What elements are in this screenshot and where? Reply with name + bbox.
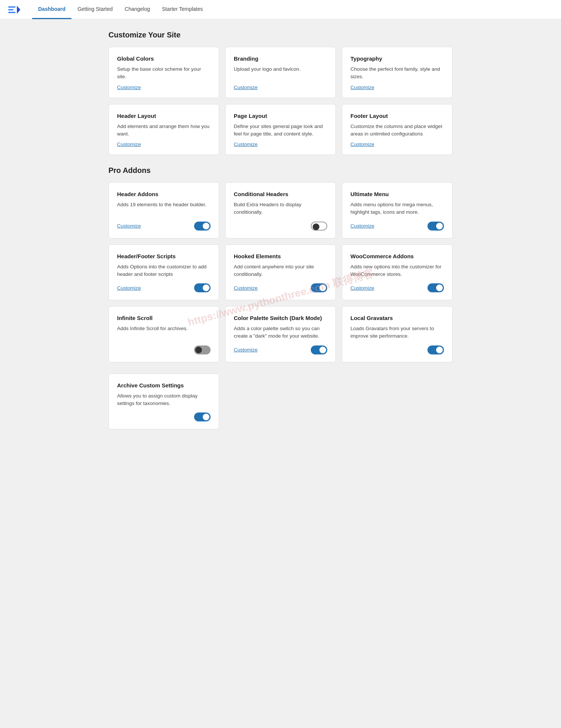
top-bar: Dashboard Getting Started Changelog Star… xyxy=(0,0,561,19)
card-header-footer-scripts-desc: Adds Options into the customizer to add … xyxy=(117,263,211,278)
card-header-layout-desc: Add elements and arrange them how you wa… xyxy=(117,123,211,138)
card-ultimate-menu: Ultimate Menu Adds menu options for mega… xyxy=(342,182,453,238)
archive-cards-grid: Archive Custom Settings Allows you to as… xyxy=(108,374,453,430)
card-page-layout: Page Layout Define your sites general pa… xyxy=(225,104,336,155)
header-addons-toggle[interactable] xyxy=(194,222,211,231)
card-woocommerce-addons-link[interactable]: Customize xyxy=(350,285,374,291)
archive-custom-settings-toggle[interactable] xyxy=(194,412,211,421)
card-header-layout-title: Header Layout xyxy=(117,113,211,119)
card-color-palette-switch-title: Color Palette Switch (Dark Mode) xyxy=(234,315,327,321)
header-footer-scripts-toggle[interactable] xyxy=(194,283,211,292)
card-header-addons-desc: Adds 19 elements to the header builder. xyxy=(117,201,211,216)
card-color-palette-switch: Color Palette Switch (Dark Mode) Adds a … xyxy=(225,306,336,362)
card-global-colors-desc: Setup the base color scheme for your sit… xyxy=(117,66,211,81)
card-footer-layout-link[interactable]: Customize xyxy=(350,141,444,147)
card-local-gravatars: Local Gravatars Loads Gravatars from you… xyxy=(342,306,453,362)
card-ultimate-menu-desc: Adds menu options for mega menus, highli… xyxy=(350,201,444,216)
tab-dashboard[interactable]: Dashboard xyxy=(32,0,71,19)
card-ultimate-menu-title: Ultimate Menu xyxy=(350,191,444,197)
woocommerce-addons-toggle[interactable] xyxy=(427,283,444,292)
card-ultimate-menu-link[interactable]: Customize xyxy=(350,223,374,229)
card-hooked-elements-desc: Add content anywhere into your site cond… xyxy=(234,263,327,278)
card-conditional-headers: Conditional Headers Build Extra Headers … xyxy=(225,182,336,238)
card-global-colors-title: Global Colors xyxy=(117,55,211,62)
card-woocommerce-addons-desc: Adds new options into the customizer for… xyxy=(350,263,444,278)
card-hooked-elements: Hooked Elements Add content anywhere int… xyxy=(225,244,336,301)
svg-marker-3 xyxy=(17,6,20,14)
card-footer-layout-desc: Customize the columns and place widget a… xyxy=(350,123,444,138)
card-footer-layout-title: Footer Layout xyxy=(350,113,444,119)
card-header-addons-link[interactable]: Customize xyxy=(117,223,141,229)
pro-cards-grid: Header Addons Adds 19 elements to the he… xyxy=(108,182,453,362)
card-header-addons: Header Addons Adds 19 elements to the he… xyxy=(108,182,219,238)
card-color-palette-switch-desc: Adds a color palette switch so you can c… xyxy=(234,325,327,340)
svg-rect-0 xyxy=(8,6,16,8)
tab-getting-started[interactable]: Getting Started xyxy=(71,0,119,19)
ultimate-menu-toggle[interactable] xyxy=(427,222,444,231)
svg-rect-2 xyxy=(8,12,16,13)
card-header-layout: Header Layout Add elements and arrange t… xyxy=(108,104,219,155)
card-branding: Branding Upload your logo and favicon. C… xyxy=(225,47,336,98)
card-header-addons-title: Header Addons xyxy=(117,191,211,197)
card-page-layout-desc: Define your sites general page look and … xyxy=(234,123,327,138)
logo xyxy=(7,3,21,16)
card-infinite-scroll-title: Infinite Scroll xyxy=(117,315,211,321)
card-footer-layout: Footer Layout Customize the columns and … xyxy=(342,104,453,155)
card-woocommerce-addons: WooCommerce Addons Adds new options into… xyxy=(342,244,453,301)
card-conditional-headers-desc: Build Extra Headers to display condition… xyxy=(234,201,327,216)
card-local-gravatars-desc: Loads Gravatars from your servers to imp… xyxy=(350,325,444,340)
card-hooked-elements-title: Hooked Elements xyxy=(234,253,327,259)
svg-rect-1 xyxy=(8,9,13,10)
customize-section: Customize Your Site Global Colors Setup … xyxy=(108,31,453,155)
card-color-palette-switch-link[interactable]: Customize xyxy=(234,347,258,353)
card-local-gravatars-title: Local Gravatars xyxy=(350,315,444,321)
card-hooked-elements-link[interactable]: Customize xyxy=(234,285,258,291)
card-page-layout-title: Page Layout xyxy=(234,113,327,119)
card-branding-link[interactable]: Customize xyxy=(234,85,327,90)
tab-changelog[interactable]: Changelog xyxy=(119,0,156,19)
card-typography-link[interactable]: Customize xyxy=(350,85,444,90)
card-archive-custom-settings: Archive Custom Settings Allows you to as… xyxy=(108,374,219,430)
card-conditional-headers-title: Conditional Headers xyxy=(234,191,327,197)
card-global-colors-link[interactable]: Customize xyxy=(117,85,211,90)
card-page-layout-link[interactable]: Customize xyxy=(234,141,327,147)
card-branding-desc: Upload your logo and favicon. xyxy=(234,66,327,81)
nav-tabs: Dashboard Getting Started Changelog Star… xyxy=(32,0,209,19)
card-header-footer-scripts-title: Header/Footer Scripts xyxy=(117,253,211,259)
card-typography: Typography Choose the perfect font famil… xyxy=(342,47,453,98)
card-header-layout-link[interactable]: Customize xyxy=(117,141,211,147)
card-archive-custom-settings-desc: Allows you to assign custom display sett… xyxy=(117,392,211,408)
pro-section: https://www.pythonthree.com 联得博客 Pro Add… xyxy=(108,166,453,429)
customize-section-title: Customize Your Site xyxy=(108,31,453,39)
card-typography-title: Typography xyxy=(350,55,444,62)
local-gravatars-toggle[interactable] xyxy=(427,345,444,354)
card-typography-desc: Choose the perfect font family, style an… xyxy=(350,66,444,81)
card-header-footer-scripts-link[interactable]: Customize xyxy=(117,285,141,291)
card-archive-custom-settings-title: Archive Custom Settings xyxy=(117,382,211,389)
card-woocommerce-addons-title: WooCommerce Addons xyxy=(350,253,444,259)
card-infinite-scroll-desc: Adds Infinite Scroll for archives. xyxy=(117,325,211,340)
card-infinite-scroll: Infinite Scroll Adds Infinite Scroll for… xyxy=(108,306,219,362)
tab-starter-templates[interactable]: Starter Templates xyxy=(156,0,209,19)
card-global-colors: Global Colors Setup the base color schem… xyxy=(108,47,219,98)
main-content: Customize Your Site Global Colors Setup … xyxy=(101,19,460,452)
pro-section-title: Pro Addons xyxy=(108,166,453,175)
infinite-scroll-toggle[interactable] xyxy=(194,345,211,354)
color-palette-switch-toggle[interactable] xyxy=(311,345,327,354)
card-branding-title: Branding xyxy=(234,55,327,62)
card-header-footer-scripts: Header/Footer Scripts Adds Options into … xyxy=(108,244,219,301)
hooked-elements-toggle[interactable] xyxy=(311,283,327,292)
customize-cards-grid: Global Colors Setup the base color schem… xyxy=(108,47,453,155)
conditional-headers-toggle[interactable] xyxy=(311,222,327,231)
